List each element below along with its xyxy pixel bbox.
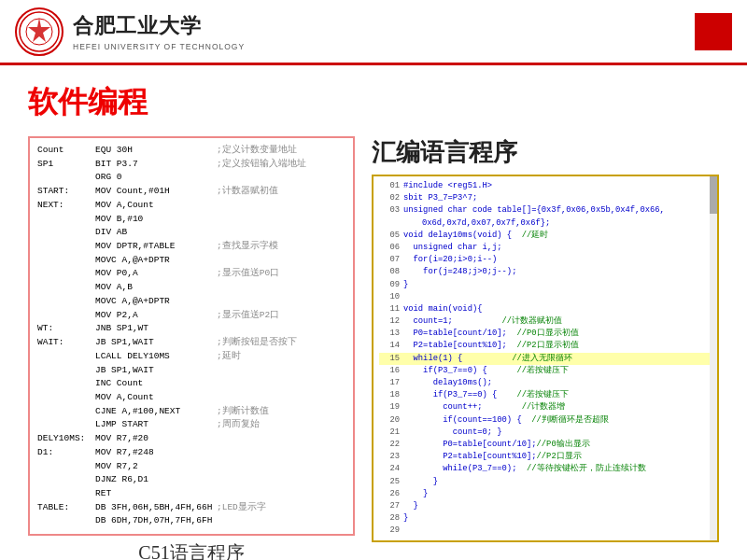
header-accent-bar	[695, 13, 732, 50]
logo-text: 合肥工业大学 HEFEI UNIVERSITY OF TECHNOLOGY	[73, 12, 245, 51]
asm-line-9: MOVC A,@A+DPTR	[37, 254, 345, 268]
c-line-6: 06 unsigned char i,j;	[379, 242, 712, 254]
c-line-10: 10	[379, 291, 712, 303]
asm-subtitle: C51语言程序	[28, 540, 355, 560]
asm-line-12: MOVC A,@A+DPTR	[37, 295, 345, 309]
asm-line-4: START:MOV Count,#01H;计数器赋初值	[37, 185, 345, 199]
c-line-27: 27 }	[379, 500, 712, 512]
content-area: CountEQU 30H;定义计数变量地址 SP1BIT P3.7;定义按钮输入…	[28, 136, 719, 560]
logo-circle	[15, 7, 63, 56]
asm-line-17: JB SP1,WAIT	[37, 364, 345, 378]
asm-line-20: CJNE A,#100,NEXT;判断计数值	[37, 405, 345, 419]
c-line-1: 01#include <reg51.H>	[379, 180, 712, 192]
asm-line-18: INC Count	[37, 377, 345, 391]
asm-line-24: MOV R7,2	[37, 460, 345, 474]
c-line-8: 08 for(j=248;j>0;j--);	[379, 266, 712, 278]
c-line-26: 26 }	[379, 488, 712, 500]
c-line-9: 09}	[379, 279, 712, 291]
asm-line-10: MOV P0,A;显示值送P0口	[37, 267, 345, 281]
c-line-15: 15 while(1) { //进入无限循环	[379, 353, 712, 365]
c-line-29: 29	[379, 525, 712, 537]
scrollbar-thumb[interactable]	[710, 176, 717, 214]
scrollbar[interactable]	[710, 176, 717, 540]
c-line-19: 19 count++; //计数器增	[379, 401, 712, 413]
asm-line-19: MOV A,Count	[37, 391, 345, 405]
c-code-block: 01#include <reg51.H> 02sbit P3_7=P3^7; 0…	[372, 175, 719, 542]
c-line-5: 05void delay10ms(void) { //延时	[379, 230, 712, 242]
c-line-3: 03unsigned char code table[]={0x3f,0x06,…	[379, 204, 712, 217]
asm-line-13: MOV P2,A;显示值送P2口	[37, 309, 345, 323]
asm-line-3: ORG 0	[37, 171, 345, 185]
logo-area: 合肥工业大学 HEFEI UNIVERSITY OF TECHNOLOGY	[15, 7, 245, 56]
c-line-16: 16 if(P3_7==0) { //若按键压下	[379, 365, 712, 377]
asm-line-2: SP1BIT P3.7;定义按钮输入端地址	[37, 158, 345, 172]
asm-line-21: LJMP START;周而复始	[37, 418, 345, 432]
asm-line-26: RET	[37, 487, 345, 501]
asm-line-28: DB 6DH,7DH,07H,7FH,6FH	[37, 514, 345, 528]
asm-line-8: MOV DPTR,#TABLE;查找显示字模	[37, 240, 345, 254]
asm-line-16: LCALL DELY10MS;延时	[37, 350, 345, 364]
asm-line-25: DJNZ R6,D1	[37, 473, 345, 487]
page-title: 软件编程	[28, 82, 719, 123]
asm-line-11: MOV A,B	[37, 281, 345, 295]
asm-line-1: CountEQU 30H;定义计数变量地址	[37, 144, 345, 158]
c-line-23: 23 P2=table[count%10];//P2口显示	[379, 451, 712, 463]
asm-section-title: 汇编语言程序	[372, 136, 719, 169]
asm-line-5: NEXT:MOV A,Count	[37, 199, 345, 213]
c-line-22: 22 P0=table[count/10];//P0输出显示	[379, 439, 712, 451]
c-line-20: 20 if(count==100) { //判断循环是否超限	[379, 414, 712, 427]
asm-line-22: DELY10MS:MOV R7,#20	[37, 432, 345, 446]
asm-line-15: WAIT:JB SP1,WAIT;判断按钮是否按下	[37, 336, 345, 350]
c-line-14: 14 P2=table[count%10]; //P2口显示初值	[379, 340, 712, 352]
c-line-3b: 0x6d,0x7d,0x07,0x7f,0x6f};	[379, 217, 712, 230]
c-line-12: 12 count=1; //计数器赋初值	[379, 315, 712, 328]
asm-line-27: TABLE:DB 3FH,06H,5BH,4FH,66H;LED显示字	[37, 501, 345, 515]
main-content: 软件编程 CountEQU 30H;定义计数变量地址 SP1BIT P3.7;定…	[0, 65, 747, 560]
header: 合肥工业大学 HEFEI UNIVERSITY OF TECHNOLOGY	[0, 0, 747, 65]
asm-line-23: D1:MOV R7,#248	[37, 446, 345, 460]
university-name-english: HEFEI UNIVERSITY OF TECHNOLOGY	[73, 42, 245, 51]
c-line-24: 24 while(P3_7==0); //等待按键松开，防止连续计数	[379, 463, 712, 475]
asm-line-7: DIV AB	[37, 226, 345, 240]
c-line-11: 11void main(void){	[379, 303, 712, 315]
c-line-13: 13 P0=table[count/10]; //P0口显示初值	[379, 328, 712, 340]
asm-line-6: MOV B,#10	[37, 213, 345, 227]
c-code-wrapper: 汇编语言程序 01#include <reg51.H> 02sbit P3_7=…	[372, 136, 719, 542]
c-line-7: 07 for(i=20;i>0;i--)	[379, 254, 712, 266]
c-line-28: 28}	[379, 512, 712, 525]
c-line-25: 25 }	[379, 476, 712, 488]
assembly-code-block: CountEQU 30H;定义计数变量地址 SP1BIT P3.7;定义按钮输入…	[28, 136, 355, 536]
asm-line-14: WT:JNB SP1,WT	[37, 322, 345, 336]
c-line-18: 18 if(P3_7==0) { //若按键压下	[379, 389, 712, 401]
c-line-17: 17 delay10ms();	[379, 377, 712, 389]
c-line-2: 02sbit P3_7=P3^7;	[379, 192, 712, 204]
university-name-chinese: 合肥工业大学	[73, 12, 245, 40]
c-line-21: 21 count=0; }	[379, 427, 712, 439]
